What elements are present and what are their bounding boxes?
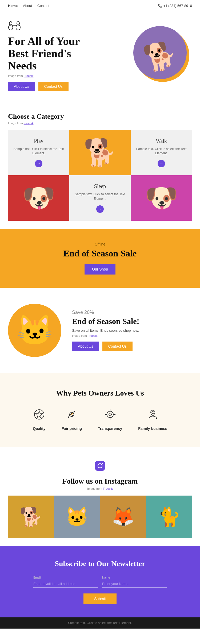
why-family-business-item: Family business xyxy=(138,408,167,431)
instagram-photo-2-emoji: 🐱 xyxy=(65,506,89,528)
category-sleep-arrow[interactable]: → xyxy=(96,205,104,213)
transparency-label: Transparency xyxy=(98,426,122,431)
category-walk-card: Walk Sample text. Click to select the Te… xyxy=(131,130,192,176)
name-field-group: Name xyxy=(102,576,167,588)
why-icons: Quality Fair pricing xyxy=(8,408,192,431)
save-contact-button[interactable]: Contact Us xyxy=(102,342,133,351)
instagram-photo-3[interactable]: 🦊 xyxy=(100,496,146,538)
hero-dog-image: 🐕 xyxy=(133,26,187,79)
hero-content: For All of Your Best Friend's Needs Imag… xyxy=(8,19,128,91)
category-walk-title: Walk xyxy=(156,138,167,144)
instagram-icon xyxy=(8,460,192,474)
category-sleep-title: Sleep xyxy=(94,183,106,189)
nav-phone: +1 (234) 567-8910 xyxy=(158,4,192,8)
why-section: Why Pets Owners Loves Us Quality xyxy=(0,373,200,447)
hero-title: For All of Your Best Friend's Needs xyxy=(8,35,128,72)
save-image-credit: Image from Freepik xyxy=(72,334,192,337)
save-about-button[interactable]: About Us xyxy=(72,342,99,351)
save-image: 🐱 xyxy=(8,304,61,357)
svg-point-9 xyxy=(72,415,73,416)
save-title: End of Season Sale! xyxy=(72,317,192,326)
hero-freepik-link[interactable]: Freepik xyxy=(24,74,34,77)
nav-links: Home About Contact xyxy=(8,4,49,8)
category-sleep-card: Sleep Sample text. Click to select the T… xyxy=(69,175,131,221)
save-content: Save 20% End of Season Sale! Save on all… xyxy=(72,310,192,351)
instagram-section: Follow us on Instagram Image from Freepi… xyxy=(0,447,200,546)
family-business-icon xyxy=(146,408,159,423)
nav-link-about[interactable]: About xyxy=(23,4,32,8)
category-grid: Play Sample text. Click to select the Te… xyxy=(8,130,192,221)
footer: Sample text. Click to select the Text El… xyxy=(0,617,200,629)
save-buttons: About Us Contact Us xyxy=(72,342,192,351)
category-play-card: Play Sample text. Click to select the Te… xyxy=(8,130,69,176)
category-freepik-link[interactable]: Freepik xyxy=(24,122,34,125)
newsletter-title: Subscribe to Our Newsletter xyxy=(8,559,192,568)
instagram-freepik-link[interactable]: Freepik xyxy=(103,487,113,490)
transparency-icon xyxy=(104,408,117,423)
why-transparency-item: Transparency xyxy=(98,408,122,431)
quality-label: Quality xyxy=(33,426,45,431)
cat-circle-image: 🐱 xyxy=(8,304,61,357)
quality-icon xyxy=(33,408,46,423)
instagram-photo-1[interactable]: 🐕 xyxy=(8,496,54,538)
navbar: Home About Contact +1 (234) 567-8910 xyxy=(0,0,200,11)
instagram-photo-2[interactable]: 🐱 xyxy=(54,496,100,538)
family-business-label: Family business xyxy=(138,426,167,431)
submit-button[interactable]: Submit xyxy=(83,593,117,604)
category-play-text: Sample text. Click to select the Text El… xyxy=(13,147,64,156)
svg-point-11 xyxy=(109,413,111,416)
hero-about-button[interactable]: About Us xyxy=(8,82,35,91)
newsletter-section: Subscribe to Our Newsletter Email Name S… xyxy=(0,546,200,617)
why-fair-pricing-item: Fair pricing xyxy=(62,408,82,431)
category-walk-text: Sample text. Click to select the Text El… xyxy=(136,147,187,156)
fair-pricing-icon xyxy=(65,408,78,423)
instagram-photo-4-emoji: 🐈 xyxy=(157,506,181,528)
newsletter-form: Email Name Submit xyxy=(33,576,167,604)
why-quality-item: Quality xyxy=(33,408,46,431)
svg-marker-6 xyxy=(35,411,43,418)
name-input[interactable] xyxy=(102,580,167,588)
footer-bottom: Sample text. Click to select the Text El… xyxy=(0,617,200,629)
category-play-arrow[interactable]: → xyxy=(35,160,42,167)
instagram-photo-4[interactable]: 🐈 xyxy=(146,496,192,538)
dog-placeholder-3: 🐶 xyxy=(131,177,192,219)
our-shop-button[interactable]: Our Shop xyxy=(85,264,115,275)
instagram-grid: 🐕 🐱 🦊 🐈 xyxy=(8,496,192,538)
hero-image: 🐕 xyxy=(133,26,192,85)
svg-point-16 xyxy=(152,412,154,414)
sale-title: End of Season Sale xyxy=(8,248,192,259)
category-dog-image-1: 🐕 xyxy=(69,130,131,176)
hero-section: For All of Your Best Friend's Needs Imag… xyxy=(0,11,200,102)
instagram-photo-1-emoji: 🐕 xyxy=(19,506,43,528)
category-sleep-text: Sample text. Click to select the Text El… xyxy=(75,192,125,201)
pet-icon xyxy=(8,19,128,32)
name-label: Name xyxy=(102,576,110,579)
category-play-title: Play xyxy=(34,138,43,144)
svg-point-10 xyxy=(107,411,113,418)
category-section: Choose a Category Image from Freepik Pla… xyxy=(0,102,200,229)
email-field-group: Email xyxy=(33,576,98,588)
fair-pricing-label: Fair pricing xyxy=(62,426,82,431)
svg-rect-17 xyxy=(95,461,105,471)
svg-point-20 xyxy=(102,463,103,464)
hero-image-credit: Image from Freepik xyxy=(8,74,128,77)
instagram-photo-3-emoji: 🦊 xyxy=(111,506,135,528)
hero-contact-button[interactable]: Contact Us xyxy=(38,82,69,91)
nav-link-contact[interactable]: Contact xyxy=(37,4,49,8)
sale-label: Offline xyxy=(8,242,192,246)
instagram-title: Follow us on Instagram xyxy=(8,477,192,485)
why-title: Why Pets Owners Loves Us xyxy=(8,389,192,397)
save-section: 🐱 Save 20% End of Season Sale! Save on a… xyxy=(0,288,200,373)
save-freepik-link[interactable]: Freepik xyxy=(88,334,98,337)
instagram-image-credit: Image from Freepik xyxy=(8,487,192,490)
email-label: Email xyxy=(33,576,41,579)
nav-link-home[interactable]: Home xyxy=(8,4,18,8)
category-dog-image-3: 🐶 xyxy=(131,175,192,221)
email-input[interactable] xyxy=(33,580,98,588)
category-walk-arrow[interactable]: → xyxy=(158,160,165,167)
footer-bottom-text: Sample text. Click to select the Text El… xyxy=(8,621,192,625)
category-dog-image-2: 🐶 xyxy=(8,175,69,221)
category-title: Choose a Category xyxy=(8,113,192,121)
category-image-credit: Image from Freepik xyxy=(8,122,192,125)
svg-point-8 xyxy=(71,413,72,414)
